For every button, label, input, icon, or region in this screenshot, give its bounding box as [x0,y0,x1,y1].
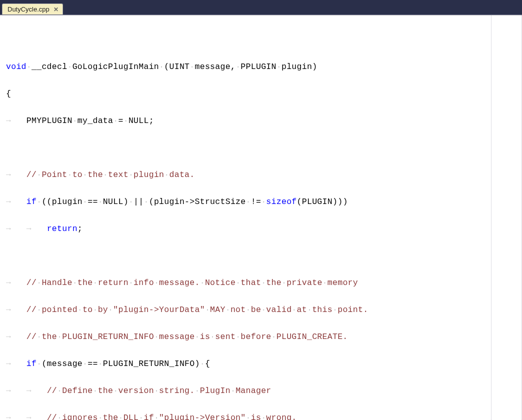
code-line [2,141,522,154]
code-line: → //·Point·to·the·text·plugin·data. [2,168,522,182]
tab-title: DutyCycle.cpp [8,6,50,13]
tab-bar: DutyCycle.cpp ✕ [0,0,522,15]
code-line: → if·((plugin·==·NULL)·||·(plugin->Struc… [2,195,522,208]
code-line: → → //·ignores·the·DLL·if·"plugin->Versi… [2,411,522,420]
tab-dutycycle[interactable]: DutyCycle.cpp ✕ [2,4,63,14]
code-line: → //·pointed·to·by·"plugin->YourData"·MA… [2,303,522,316]
code-line: → PMYPLUGIN·my_data·=·NULL; [2,114,522,128]
code-line: void·__cdecl·GoLogicPlugInMain·(UINT·mes… [2,60,522,74]
code-line [2,249,522,262]
code-line: → //·Handle·the·return·info·message.·Not… [2,276,522,290]
editor-wrap: void·__cdecl·GoLogicPlugInMain·(UINT·mes… [0,15,522,420]
code-line: → → //·Define·the·version·string.·PlugIn… [2,384,522,398]
right-margin-guide [491,16,492,420]
code-line: { [2,87,522,100]
code-line: → → return; [2,222,522,236]
code-line: → //·the·PLUGIN_RETURN_INFO·message·is·s… [2,330,522,344]
code-line: → if·(message·==·PLUGIN_RETURN_INFO)·{ [2,357,522,370]
code-editor[interactable]: void·__cdecl·GoLogicPlugInMain·(UINT·mes… [0,16,522,420]
close-icon[interactable]: ✕ [54,6,58,13]
